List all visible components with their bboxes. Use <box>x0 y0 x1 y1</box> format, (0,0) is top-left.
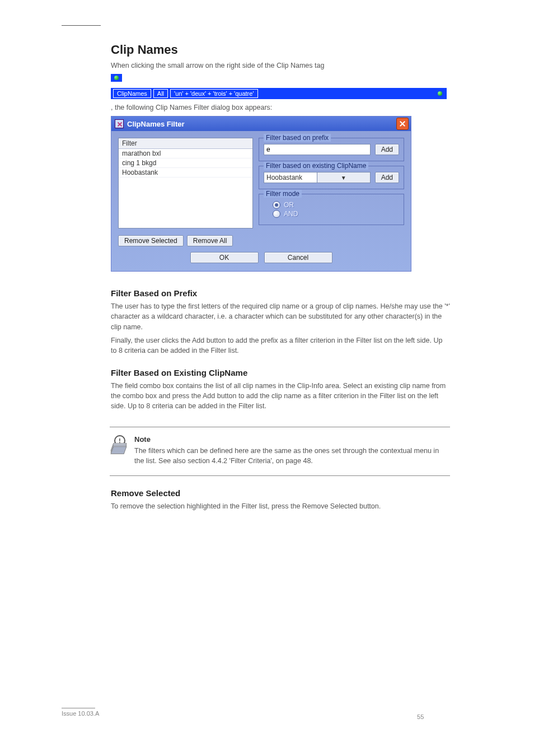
mode-fieldset: Filter mode OR AND <box>259 194 404 225</box>
dialog-titlebar: ClipNames Filter <box>111 116 411 131</box>
remove-all-button[interactable]: Remove All <box>187 235 233 246</box>
dialog-app-icon <box>115 119 124 128</box>
mode-legend: Filter mode <box>264 190 302 198</box>
prefix-para-1: The user has to type the first letters o… <box>111 301 450 332</box>
mode-or-label: OR <box>284 201 294 209</box>
section-heading: Clip Names <box>111 43 450 57</box>
bar-chip-expr: 'un' + 'deux' + 'trois' + 'quatre' <box>170 89 257 98</box>
mode-and-row[interactable]: AND <box>273 210 399 218</box>
filter-grid-row[interactable]: marathon bxl <box>119 149 252 158</box>
filter-grid-row[interactable]: cing 1 bkgd <box>119 158 252 168</box>
chevron-down-icon[interactable]: ▼ <box>317 172 370 183</box>
clipnames-filter-dialog: ClipNames Filter Filter marathon bxl cin… <box>111 116 411 272</box>
clipnames-bar: ClipNames All 'un' + 'deux' + 'trois' + … <box>111 88 447 99</box>
radio-or[interactable] <box>273 201 280 209</box>
ok-button[interactable]: OK <box>190 252 259 263</box>
cancel-button[interactable]: Cancel <box>264 252 332 263</box>
note-text: The filters which can be defined here ar… <box>134 446 450 466</box>
remove-para: To remove the selection highlighted in t… <box>111 501 450 511</box>
mode-and-label: AND <box>284 210 298 218</box>
existing-combo[interactable]: Hoobastank ▼ <box>264 172 371 183</box>
existing-heading: Filter Based on Existing ClipName <box>111 368 450 377</box>
bar-arrow-icon <box>434 90 446 97</box>
dialog-title: ClipNames Filter <box>127 120 185 128</box>
note-icon: ! <box>111 435 127 451</box>
filter-grid[interactable]: Filter marathon bxl cing 1 bkgd Hoobasta… <box>118 138 253 228</box>
existing-add-button[interactable]: Add <box>375 172 399 183</box>
clipnames-arrow-icon <box>111 74 122 82</box>
bar-desc: , the following Clip Names Filter dialog… <box>111 102 450 113</box>
existing-combo-value: Hoobastank <box>264 174 317 181</box>
section-desc: When clicking the small arrow on the rig… <box>111 60 450 71</box>
bar-chip-all: All <box>153 89 168 98</box>
mode-or-row[interactable]: OR <box>273 201 399 209</box>
prefix-heading: Filter Based on Prefix <box>111 288 450 298</box>
page-footer: Issue 10.03.A 55 <box>62 708 99 717</box>
bar-chip-clipnames: ClipNames <box>113 89 151 98</box>
note-label: Note <box>134 435 450 444</box>
close-icon[interactable] <box>396 118 409 130</box>
note-block: ! Note The filters which can be defined … <box>110 427 450 475</box>
remove-heading: Remove Selected <box>111 488 450 498</box>
existing-legend: Filter based on existing ClipName <box>264 162 368 170</box>
prefix-legend: Filter based on prefix <box>264 134 331 142</box>
prefix-fieldset: Filter based on prefix Add <box>259 138 404 161</box>
prefix-input[interactable] <box>264 144 371 155</box>
top-rule <box>62 25 101 26</box>
footer-issue: Issue 10.03.A <box>62 710 99 717</box>
existing-fieldset: Filter based on existing ClipName Hoobas… <box>259 166 404 189</box>
filter-grid-header: Filter <box>119 138 252 149</box>
existing-para-1: The field combo box contains the list of… <box>111 381 450 411</box>
filter-grid-row[interactable]: Hoobastank <box>119 168 252 178</box>
radio-and[interactable] <box>273 210 280 218</box>
prefix-add-button[interactable]: Add <box>375 144 399 155</box>
remove-selected-button[interactable]: Remove Selected <box>118 235 184 246</box>
footer-page: 55 <box>417 713 424 720</box>
prefix-para-2: Finally, the user clicks the Add button … <box>111 335 450 356</box>
